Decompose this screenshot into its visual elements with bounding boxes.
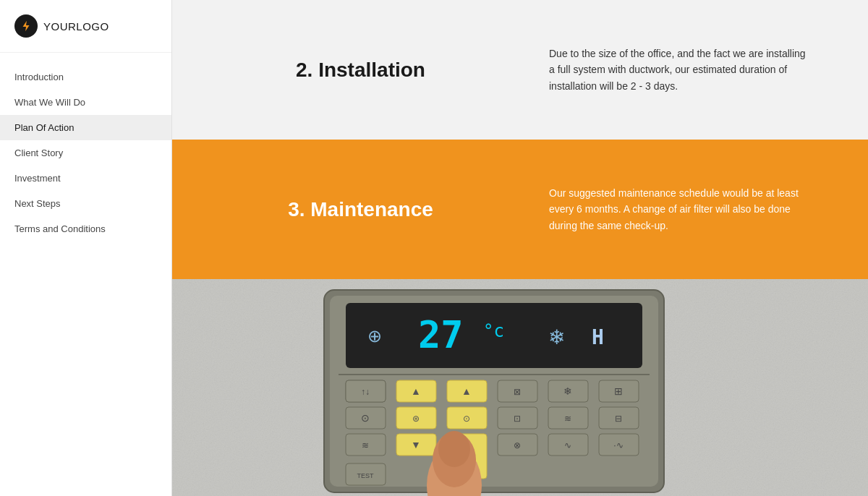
logo-normal: LOGO — [76, 20, 109, 33]
installation-title-area: 2. Installation — [230, 59, 535, 82]
svg-text:⊛: ⊛ — [412, 414, 420, 424]
svg-text:▲: ▲ — [461, 385, 472, 397]
sidebar-item-what-we-will-do[interactable]: What We Will Do — [0, 90, 171, 115]
installation-description-area: Due to the size of the office, and the f… — [535, 46, 810, 94]
lightning-icon — [20, 20, 33, 33]
maintenance-title: 3. Maintenance — [288, 198, 433, 221]
maintenance-section: 3. Maintenance Our suggested maintenance… — [172, 140, 868, 279]
sidebar-item-client-story[interactable]: Client Story — [0, 140, 171, 166]
svg-text:⊙: ⊙ — [463, 414, 470, 424]
ac-controller-svg: 27 °c ❄ H ⊕ ↑↓ ⊙ — [172, 279, 868, 496]
svg-point-53 — [438, 431, 470, 467]
main-content: 2. Installation Due to the size of the o… — [172, 0, 868, 496]
svg-marker-0 — [23, 21, 30, 31]
sidebar-item-plan-of-action[interactable]: Plan Of Action — [0, 115, 171, 140]
logo-bold: YOUR — [43, 20, 76, 33]
svg-text:TEST: TEST — [357, 472, 374, 479]
sidebar-item-terms-and-conditions[interactable]: Terms and Conditions — [0, 216, 171, 241]
svg-rect-11 — [339, 374, 650, 375]
svg-text:⊟: ⊟ — [615, 414, 622, 424]
svg-text:▲: ▲ — [411, 385, 421, 397]
svg-text:⊙: ⊙ — [361, 412, 370, 424]
svg-text:⊡: ⊡ — [514, 414, 521, 424]
svg-text:⊞: ⊞ — [614, 385, 623, 397]
svg-text:❄: ❄ — [563, 385, 572, 397]
maintenance-description-area: Our suggested maintenance schedule would… — [535, 185, 810, 234]
installation-section: 2. Installation Due to the size of the o… — [172, 0, 868, 140]
logo-area: YOURLOGO — [0, 0, 171, 53]
installation-title: 2. Installation — [296, 59, 425, 82]
nav-list: Introduction What We Will Do Plan Of Act… — [0, 53, 171, 253]
svg-text:H: H — [592, 325, 604, 349]
installation-description: Due to the size of the office, and the f… — [549, 46, 810, 94]
svg-text:⊠: ⊠ — [514, 387, 521, 397]
svg-text:·∿: ·∿ — [613, 440, 623, 450]
svg-text:❄: ❄ — [548, 326, 565, 349]
logo-text: YOURLOGO — [43, 20, 109, 33]
svg-text:°c: °c — [483, 321, 504, 341]
svg-text:⊕: ⊕ — [367, 326, 382, 346]
svg-text:▼: ▼ — [411, 439, 421, 450]
sidebar-item-introduction[interactable]: Introduction — [0, 64, 171, 90]
svg-text:∿: ∿ — [564, 440, 571, 450]
svg-text:≋: ≋ — [362, 440, 369, 450]
logo-icon-circle — [14, 14, 38, 38]
sidebar: YOURLOGO Introduction What We Will Do Pl… — [0, 0, 172, 496]
maintenance-title-area: 3. Maintenance — [230, 198, 535, 221]
svg-text:27: 27 — [418, 313, 464, 356]
svg-text:≋: ≋ — [564, 414, 571, 424]
wall-background: 27 °c ❄ H ⊕ ↑↓ ⊙ — [172, 279, 868, 496]
sidebar-item-investment[interactable]: Investment — [0, 166, 171, 191]
sidebar-item-next-steps[interactable]: Next Steps — [0, 191, 171, 216]
maintenance-description: Our suggested maintenance schedule would… — [549, 185, 810, 234]
ac-controller-image-section: 27 °c ❄ H ⊕ ↑↓ ⊙ — [172, 279, 868, 496]
svg-text:⊗: ⊗ — [514, 440, 521, 450]
svg-text:↑↓: ↑↓ — [361, 387, 370, 397]
